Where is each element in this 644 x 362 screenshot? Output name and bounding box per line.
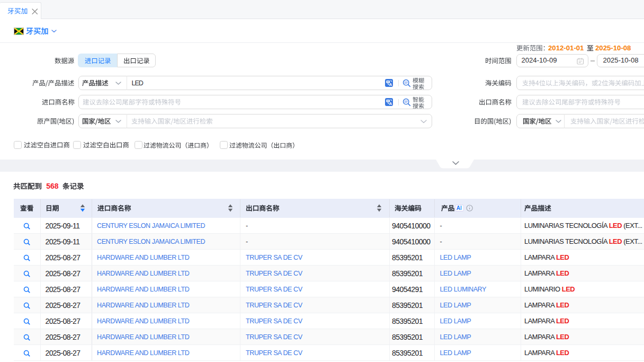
- svg-text:A: A: [389, 82, 392, 87]
- svg-text:A: A: [389, 101, 392, 106]
